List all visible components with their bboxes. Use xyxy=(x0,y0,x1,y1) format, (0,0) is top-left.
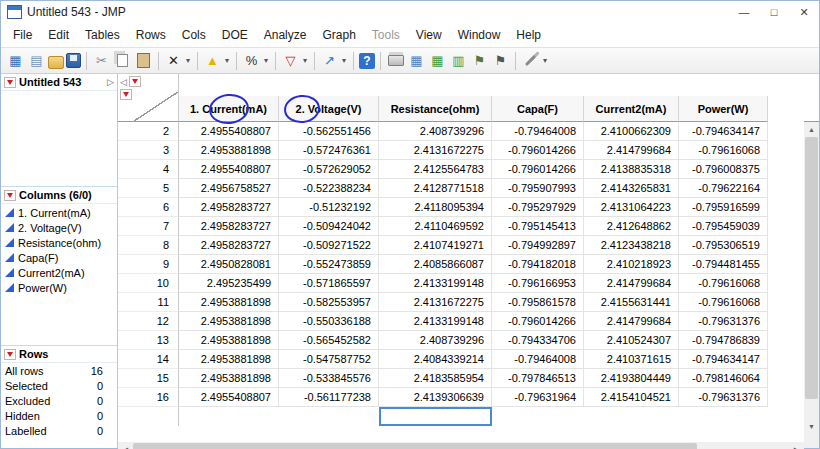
table-cell[interactable]: -0.79616068 xyxy=(679,274,768,293)
table-cell[interactable]: 2.4953881898 xyxy=(179,312,279,331)
column-header[interactable]: Capa(F) xyxy=(492,96,584,122)
selection-tool-icon[interactable]: ✕ xyxy=(164,51,183,70)
table-cell[interactable]: 2.4953881898 xyxy=(179,350,279,369)
table-cell[interactable]: 2.4100662309 xyxy=(584,122,679,141)
column-list-item[interactable]: Current2(mA) xyxy=(1,265,117,280)
copy-icon[interactable] xyxy=(113,51,132,70)
table-cell[interactable]: -0.550336188 xyxy=(279,312,379,331)
table-cell[interactable]: -0.547587752 xyxy=(279,350,379,369)
table-cell[interactable]: -0.562551456 xyxy=(279,122,379,141)
column-header[interactable]: Current2(mA) xyxy=(584,96,679,122)
column-list-item[interactable]: Power(W) xyxy=(1,280,117,295)
table-cell[interactable]: -0.509271522 xyxy=(279,236,379,255)
table-cell[interactable]: 2.4193804449 xyxy=(584,369,679,388)
table-cell[interactable]: 2.414799684 xyxy=(584,312,679,331)
row-number[interactable]: 16 xyxy=(118,388,179,407)
column-header[interactable]: 2. Voltage(V) xyxy=(279,96,379,122)
table-cell[interactable]: 2.4154104521 xyxy=(584,388,679,407)
table-cell[interactable]: 2.4955408807 xyxy=(179,122,279,141)
percent-format-icon[interactable]: % xyxy=(242,51,261,70)
table-cell[interactable]: -0.795145413 xyxy=(492,217,584,236)
column-header[interactable]: 1. Current(mA) xyxy=(179,96,279,122)
table-cell[interactable]: 2.495235499 xyxy=(179,274,279,293)
row-number[interactable]: 4 xyxy=(118,160,179,179)
maximize-button[interactable]: □ xyxy=(759,1,789,23)
new-data-table-icon[interactable]: ▦ xyxy=(6,51,25,70)
table-cell[interactable]: 2.4110469592 xyxy=(379,217,492,236)
table-cell[interactable]: 2.4958283727 xyxy=(179,236,279,255)
row-number[interactable]: 11 xyxy=(118,293,179,312)
row-number[interactable]: 8 xyxy=(118,236,179,255)
table-cell[interactable]: 2.4953881898 xyxy=(179,331,279,350)
table-cell[interactable]: 2.4131672275 xyxy=(379,141,492,160)
table-cell[interactable]: 2.414799684 xyxy=(584,141,679,160)
scroll-down-arrow[interactable]: ▼ xyxy=(804,419,819,434)
table-cell[interactable]: -0.509424042 xyxy=(279,217,379,236)
collapse-panel-icon[interactable]: ◁ xyxy=(120,77,127,87)
table-cell[interactable]: -0.796008375 xyxy=(679,160,768,179)
menu-tools[interactable]: Tools xyxy=(364,25,408,45)
new-journal-icon[interactable]: ▤ xyxy=(27,51,46,70)
active-cell[interactable] xyxy=(379,407,492,426)
row-number[interactable]: 13 xyxy=(118,331,179,350)
scroll-up-arrow[interactable]: ▲ xyxy=(804,122,819,137)
menu-graph[interactable]: Graph xyxy=(314,25,363,45)
table-cell[interactable]: 2.4131064223 xyxy=(584,198,679,217)
table-cell[interactable]: -0.79622164 xyxy=(679,179,768,198)
table-cell[interactable]: -0.796014266 xyxy=(492,312,584,331)
table-cell[interactable]: -0.798146064 xyxy=(679,369,768,388)
table-cell[interactable]: 2.4955408807 xyxy=(179,388,279,407)
table-cell[interactable]: -0.79631376 xyxy=(679,312,768,331)
table-cell[interactable]: -0.794634147 xyxy=(679,350,768,369)
save-icon[interactable] xyxy=(66,53,81,68)
menu-rows[interactable]: Rows xyxy=(128,25,174,45)
table-cell[interactable]: 2.410371615 xyxy=(584,350,679,369)
table-cell[interactable]: -0.795907993 xyxy=(492,179,584,198)
row-number[interactable]: 9 xyxy=(118,255,179,274)
table-cell[interactable]: -0.794786839 xyxy=(679,331,768,350)
column-list-item[interactable]: 1. Current(mA) xyxy=(1,205,117,220)
vertical-scrollbar[interactable]: ▲ ▼ xyxy=(804,122,819,434)
table-cell[interactable]: 2.4085866087 xyxy=(379,255,492,274)
table-panel-header[interactable]: Untitled 543 ▷ xyxy=(1,74,117,91)
table-cell[interactable]: 2.4138835318 xyxy=(584,160,679,179)
table-cell[interactable]: -0.51232192 xyxy=(279,198,379,217)
vscroll-track[interactable] xyxy=(804,137,819,419)
menu-window[interactable]: Window xyxy=(450,25,509,45)
table-cell[interactable]: 2.4955408807 xyxy=(179,160,279,179)
help-icon[interactable]: ? xyxy=(359,53,375,69)
toolbar-dropdown-caret[interactable]: ▾ xyxy=(340,56,348,65)
table-cell[interactable]: -0.533845576 xyxy=(279,369,379,388)
table-cell[interactable]: 2.4133199148 xyxy=(379,274,492,293)
rows-red-triangle-icon[interactable] xyxy=(4,349,16,360)
flag2-icon[interactable]: ⚑ xyxy=(491,51,510,70)
minimize-button[interactable]: — xyxy=(729,1,759,23)
row-number[interactable]: 7 xyxy=(118,217,179,236)
toolbar-dropdown-caret[interactable]: ▾ xyxy=(541,56,549,65)
table-cell[interactable]: -0.797846513 xyxy=(492,369,584,388)
table-cell[interactable]: -0.796014266 xyxy=(492,141,584,160)
toolbar-dropdown-caret[interactable]: ▾ xyxy=(184,56,192,65)
print-icon[interactable] xyxy=(386,51,405,70)
table-cell[interactable]: -0.552473859 xyxy=(279,255,379,274)
scroll-left-arrow[interactable]: ◀ xyxy=(118,442,133,449)
row-number[interactable]: 5 xyxy=(118,179,179,198)
hscroll-thumb[interactable] xyxy=(133,443,697,449)
table-cell[interactable]: 2.4956758527 xyxy=(179,179,279,198)
table-cell[interactable]: -0.79631376 xyxy=(679,388,768,407)
table-cell[interactable]: -0.795306519 xyxy=(679,236,768,255)
columns-menu-icon[interactable] xyxy=(129,76,141,87)
row-number[interactable]: 14 xyxy=(118,350,179,369)
cut-icon[interactable]: ✂ xyxy=(92,51,111,70)
columns-panel-header[interactable]: Columns (6/0) xyxy=(1,187,117,204)
table-cell[interactable]: -0.79464008 xyxy=(492,122,584,141)
table-cell[interactable]: 2.4183585954 xyxy=(379,369,492,388)
table-cell[interactable]: 2.4953881898 xyxy=(179,369,279,388)
table-cell[interactable]: -0.794481455 xyxy=(679,255,768,274)
vscroll-thumb[interactable] xyxy=(805,137,818,399)
table-cell[interactable]: -0.796014266 xyxy=(492,160,584,179)
table-grid-icon[interactable]: ▦ xyxy=(428,51,447,70)
table-cell[interactable]: 2.4131672275 xyxy=(379,293,492,312)
row-number[interactable]: 12 xyxy=(118,312,179,331)
row-number[interactable]: 6 xyxy=(118,198,179,217)
